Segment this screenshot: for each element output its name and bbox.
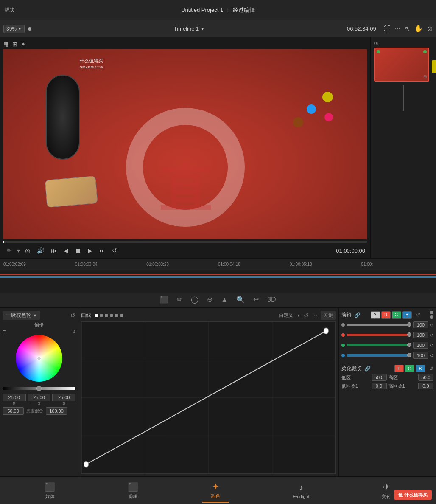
node-output-dot[interactable] <box>423 50 427 53</box>
channel-slider-g[interactable] <box>347 344 411 346</box>
channel-reset-all[interactable]: ↺ <box>430 323 433 327</box>
transform-icon[interactable]: ✦ <box>21 41 26 48</box>
panel-reset-btn[interactable]: ↺ <box>70 312 75 319</box>
curve-dot-4[interactable] <box>110 314 113 317</box>
y-channel-btn[interactable]: Y <box>371 311 380 319</box>
g-channel-btn[interactable]: G <box>392 311 401 319</box>
fullscreen-icon[interactable]: ⛶ <box>384 25 391 33</box>
play-btn[interactable]: ▶ <box>86 246 94 255</box>
color-wheels-icon[interactable]: ◯ <box>191 296 198 304</box>
timeline-label[interactable]: Timeline 1 ▼ <box>174 25 204 32</box>
color-wheel-container[interactable] <box>3 335 75 382</box>
r-value[interactable]: R <box>3 394 26 405</box>
channel-reset-b[interactable]: ↺ <box>430 353 433 358</box>
playback-bar[interactable] <box>3 241 367 243</box>
panel-title[interactable]: 一级校色轮 ▼ <box>3 311 40 320</box>
b-input[interactable] <box>52 394 75 401</box>
curves-close-btn[interactable]: 关键 <box>321 311 336 320</box>
low-soft-input[interactable] <box>372 383 387 389</box>
curves-reset-btn[interactable]: ↺ <box>304 312 309 319</box>
node-key-output[interactable] <box>432 60 436 73</box>
channel-slider-b[interactable] <box>347 354 411 357</box>
more-icon[interactable]: ··· <box>395 25 400 33</box>
curve-dot-5[interactable] <box>115 314 118 317</box>
skip-start-btn[interactable]: ⏮ <box>49 246 59 255</box>
wheel-reset-btn[interactable]: ↺ <box>72 329 75 334</box>
channel-reset-r[interactable]: ↺ <box>430 333 433 338</box>
skip-end-btn[interactable]: ⏭ <box>98 246 107 255</box>
color-board-icon[interactable]: ⬛ <box>160 296 168 304</box>
channel-slider-all[interactable] <box>347 324 411 326</box>
color-picker-tool[interactable]: ✏ <box>5 246 14 255</box>
channel-value-b[interactable] <box>413 352 428 359</box>
offset-val[interactable]: 50.00 <box>3 407 24 415</box>
timeline-tracks[interactable] <box>0 270 436 293</box>
high-input[interactable] <box>418 374 433 381</box>
low-input[interactable] <box>372 374 387 381</box>
soften-g-btn[interactable]: G <box>405 365 414 372</box>
disable-icon[interactable]: ⊘ <box>427 25 433 33</box>
edit-label: 剪辑 <box>129 493 138 500</box>
b-channel-btn[interactable]: B <box>402 311 412 319</box>
bottom-nav: ⬛ 媒体 ⬛ 剪辑 ✦ 调色 ♪ Fairlight ✈ 交付 <box>0 476 436 504</box>
hand-tool-icon[interactable]: ✋ <box>414 25 423 33</box>
color-highlight-icon[interactable]: ▲ <box>221 296 228 304</box>
volume-icon[interactable]: 🔊 <box>35 246 46 255</box>
channel-value-r[interactable] <box>413 332 428 338</box>
color-key-icon[interactable]: ↩ <box>253 296 259 304</box>
color-3d-icon[interactable]: 3D <box>267 296 276 304</box>
link-icon[interactable]: 🔗 <box>354 312 361 318</box>
grid-view-icon[interactable]: ▦ <box>3 41 9 48</box>
r-input[interactable] <box>3 394 26 401</box>
soften-r-btn[interactable]: R <box>394 365 404 372</box>
g-input[interactable] <box>28 394 51 401</box>
curve-dot-3[interactable] <box>105 314 108 317</box>
b-value[interactable]: B <box>52 394 75 405</box>
nav-item-color[interactable]: ✦ 调色 <box>202 479 229 503</box>
channel-reset-g[interactable]: ↺ <box>430 343 433 348</box>
luma-val[interactable]: 100.00 <box>46 407 67 415</box>
nav-item-fairlight[interactable]: ♪ Fairlight <box>284 480 318 501</box>
zoom-selector[interactable]: 39% ▼ <box>3 25 25 33</box>
color-wheel[interactable] <box>16 335 62 382</box>
curve-canvas[interactable] <box>81 321 336 474</box>
high-soft-input[interactable] <box>418 383 433 389</box>
stop-btn[interactable]: ⏹ <box>73 246 83 255</box>
ctrl-arrow[interactable]: ▾ <box>17 247 20 254</box>
curve-dot-6[interactable] <box>120 314 123 317</box>
wheel-expand-icon[interactable]: ☰ <box>3 329 6 334</box>
channel-slider-r[interactable] <box>347 334 411 336</box>
luma-label: 亮度混合 <box>26 408 43 414</box>
r-channel-btn[interactable]: R <box>381 311 391 319</box>
color-curves-icon[interactable]: ✏ <box>177 296 182 304</box>
color-section: ⬛ ✏ ◯ ⊕ ▲ 🔍 ↩ 3D 一级校色轮 ▼ <box>0 292 436 476</box>
loop-btn[interactable]: ↺ <box>110 246 119 255</box>
soften-link-icon[interactable]: 🔗 <box>364 366 371 372</box>
brightness-slider[interactable] <box>3 387 75 390</box>
color-hue-icon[interactable]: ⊕ <box>207 296 212 304</box>
step-back-btn[interactable]: ◀ <box>62 246 70 255</box>
soften-b-btn[interactable]: B <box>416 365 425 372</box>
list-view-icon[interactable]: ⊞ <box>12 41 17 48</box>
video-preview[interactable]: 什么值得买SMZDM.COM 直 <box>3 49 367 239</box>
channel-value-all[interactable] <box>413 321 428 328</box>
help-menu[interactable]: 帮助 <box>4 6 14 14</box>
node-input-dot[interactable] <box>377 50 380 53</box>
arrow-tool-icon[interactable]: ↖ <box>405 25 410 33</box>
curve-dot-white[interactable] <box>95 314 98 317</box>
side-dot-1 <box>430 311 433 314</box>
timecode-display[interactable]: 06:52:34:09 <box>347 25 376 32</box>
nav-item-media[interactable]: ⬛ 媒体 <box>36 479 64 502</box>
color-blur-icon[interactable]: 🔍 <box>236 296 245 304</box>
curve-dot-2[interactable] <box>100 314 103 317</box>
channel-value-g[interactable] <box>413 342 428 349</box>
edit-reset-btn[interactable]: ↺ <box>416 312 420 318</box>
g-value[interactable]: G <box>28 394 51 405</box>
node-thumbnail[interactable]: ⊞ <box>374 48 429 82</box>
slider-thumb-b <box>407 353 411 357</box>
soften-reset-btn[interactable]: ↺ <box>429 366 433 372</box>
curves-more-btn[interactable]: ··· <box>312 312 317 319</box>
phone-object <box>45 176 98 208</box>
nav-item-edit[interactable]: ⬛ 剪辑 <box>119 479 147 502</box>
eye-icon[interactable]: ◎ <box>23 246 32 255</box>
